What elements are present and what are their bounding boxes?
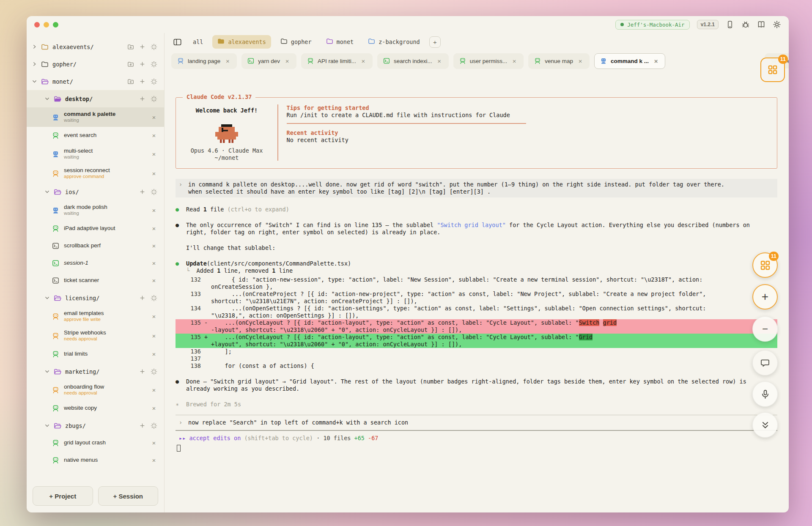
tab-alexaevents[interactable]: alexaevents <box>212 35 271 49</box>
chevron-down-icon[interactable] <box>44 369 50 374</box>
sidebar-session-session-1[interactable]: session-1 × <box>27 255 164 272</box>
plus-icon[interactable] <box>139 295 145 301</box>
sidebar-session-event-search[interactable]: event search × <box>27 127 164 144</box>
chevron-right-icon[interactable] <box>32 61 37 67</box>
terminal-cursor[interactable] <box>177 445 181 452</box>
tab-all[interactable]: all <box>188 36 208 48</box>
plus-icon[interactable] <box>139 368 145 375</box>
folder-plus-icon[interactable] <box>127 78 134 85</box>
sidebar-session-email-templates[interactable]: email templates approve file write × <box>27 307 164 326</box>
sidebar-folder-ios[interactable]: ios/ <box>27 183 164 200</box>
close-session-button[interactable]: × <box>151 313 157 320</box>
close-session-button[interactable]: × <box>151 457 157 464</box>
close-session-button[interactable]: × <box>151 386 157 394</box>
add-project-button[interactable]: + Project <box>33 486 93 506</box>
session-tab-command-k[interactable]: command k ... × <box>594 53 665 69</box>
chevron-right-icon[interactable] <box>32 44 37 49</box>
sidebar-session-session-reconnect[interactable]: session reconnect approve command × <box>27 164 164 183</box>
sidebar-session-stripe-webhooks[interactable]: Stripe webhooks needs approval × <box>27 326 164 345</box>
sidebar-session-scrollback-perf[interactable]: scrollback perf × <box>27 237 164 255</box>
plus-icon[interactable] <box>139 44 145 50</box>
zoom-window-button[interactable] <box>53 22 58 27</box>
sidebar-session-command-k-palette[interactable]: command k palette waiting × <box>27 107 164 127</box>
sidebar-project-gopher[interactable]: gopher/ <box>27 55 164 73</box>
sidebar-session-grid-layout-crash[interactable]: grid layout crash × <box>27 434 164 452</box>
close-tab-button[interactable]: × <box>436 58 443 65</box>
burst-icon[interactable] <box>151 189 157 195</box>
chevron-down-icon[interactable] <box>44 96 50 101</box>
close-tab-button[interactable]: × <box>360 58 367 65</box>
add-workspace-tab-button[interactable]: + <box>429 36 441 48</box>
session-tab-search-indexing[interactable]: search indexi... × <box>377 53 449 69</box>
burst-icon[interactable] <box>151 78 157 85</box>
add-session-button[interactable]: + Session <box>98 486 159 506</box>
sidebar-session-trial-limits[interactable]: trial limits × <box>27 345 164 363</box>
close-tab-button[interactable]: × <box>577 58 584 65</box>
close-session-button[interactable]: × <box>151 439 157 447</box>
session-grid-button[interactable]: 11 <box>760 58 785 82</box>
chevron-down-icon[interactable] <box>32 79 37 84</box>
close-tab-button[interactable]: × <box>511 58 518 65</box>
sidebar-project-monet[interactable]: monet/ <box>27 73 164 90</box>
burst-icon[interactable] <box>151 368 157 375</box>
sublabel-link[interactable]: "Switch grid layout" <box>437 222 506 228</box>
close-session-button[interactable]: × <box>151 277 157 284</box>
session-tab-api-rate-limiting[interactable]: API rate limiti... × <box>301 53 373 69</box>
session-tab-yarn-dev[interactable]: yarn dev × <box>241 53 296 69</box>
close-session-button[interactable]: × <box>151 170 157 177</box>
sidebar-folder-licensing[interactable]: licensing/ <box>27 289 164 307</box>
close-session-button[interactable]: × <box>151 114 157 121</box>
chevron-down-icon[interactable] <box>44 423 50 428</box>
burst-icon[interactable] <box>151 295 157 301</box>
sidebar-session-native-menus[interactable]: native menus × <box>27 452 164 469</box>
close-session-button[interactable]: × <box>151 405 157 412</box>
comment-button[interactable] <box>752 350 778 375</box>
chevron-down-icon[interactable] <box>44 189 50 195</box>
session-tab-user-permissions[interactable]: user permiss... × <box>453 53 524 69</box>
close-tab-button[interactable]: × <box>653 58 659 65</box>
folder-plus-icon[interactable] <box>127 44 134 50</box>
burst-icon[interactable] <box>151 422 157 429</box>
close-session-button[interactable]: × <box>151 260 157 267</box>
close-session-button[interactable]: × <box>151 332 157 340</box>
close-session-button[interactable]: × <box>151 207 157 214</box>
plus-icon[interactable] <box>139 96 145 102</box>
layout-grid-button[interactable]: 11 <box>752 252 778 278</box>
chevron-down-icon[interactable] <box>44 295 50 301</box>
phone-icon[interactable] <box>726 20 734 29</box>
sidebar-folder-marketing[interactable]: marketing/ <box>27 363 164 380</box>
microphone-button[interactable] <box>752 381 778 407</box>
close-session-button[interactable]: × <box>151 151 157 158</box>
sidebar-session-dark-mode-polish[interactable]: dark mode polish waiting × <box>27 200 164 220</box>
sidebar-folder-desktop[interactable]: desktop/ <box>27 90 164 107</box>
book-icon[interactable] <box>757 20 765 29</box>
terminal-pane[interactable]: Claude Code v2.1.37 Welcome back Jeff! <box>165 71 789 512</box>
minimize-window-button[interactable] <box>44 22 49 27</box>
tab-z-background[interactable]: z-background <box>363 35 425 49</box>
folder-plus-icon[interactable] <box>127 61 134 68</box>
remove-button[interactable]: − <box>752 316 778 342</box>
plus-icon[interactable] <box>139 422 145 429</box>
sidebar-session-onboarding-flow[interactable]: onboarding flow needs approval × <box>27 380 164 400</box>
sidebar-session-ticket-scanner[interactable]: ticket scanner × <box>27 272 164 289</box>
plus-icon[interactable] <box>139 61 145 67</box>
sidebar-session-ipad-adaptive-layout[interactable]: iPad adaptive layout × <box>27 220 164 237</box>
scroll-to-bottom-button[interactable] <box>752 412 778 438</box>
machine-badge[interactable]: Jeff's-Macbook-Air <box>615 20 689 30</box>
sidebar-toggle-icon[interactable] <box>173 38 182 47</box>
close-window-button[interactable] <box>34 22 40 27</box>
bug-icon[interactable] <box>741 20 750 29</box>
close-session-button[interactable]: × <box>151 225 157 232</box>
session-tab-venue-map[interactable]: venue map × <box>528 53 590 69</box>
sidebar-session-website-copy[interactable]: website copy × <box>27 400 164 417</box>
close-tab-button[interactable]: × <box>224 58 231 65</box>
burst-icon[interactable] <box>151 61 157 68</box>
close-tab-button[interactable]: × <box>284 58 291 65</box>
close-session-button[interactable]: × <box>151 242 157 249</box>
sidebar-folder-zbugs[interactable]: zbugs/ <box>27 417 164 434</box>
plus-icon[interactable] <box>139 78 145 85</box>
burst-icon[interactable] <box>151 44 157 50</box>
session-tab-landing-page[interactable]: landing page × <box>171 53 237 69</box>
add-button[interactable]: + <box>752 284 778 310</box>
gear-icon[interactable] <box>773 20 781 29</box>
